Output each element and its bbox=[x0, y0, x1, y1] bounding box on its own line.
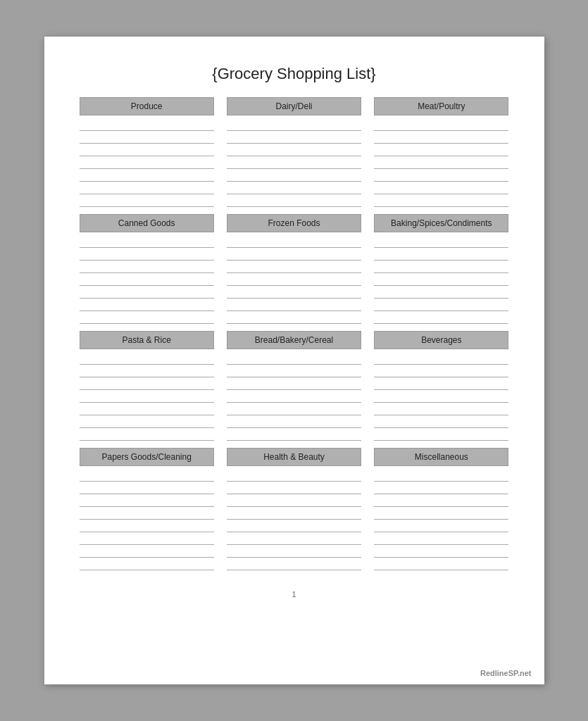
grocery-list-page: {Grocery Shopping List} ProduceDairy/Del… bbox=[44, 37, 544, 684]
list-line[interactable] bbox=[374, 286, 508, 299]
list-line[interactable] bbox=[374, 352, 508, 365]
list-line[interactable] bbox=[80, 352, 214, 365]
list-line[interactable] bbox=[80, 273, 214, 286]
list-line[interactable] bbox=[374, 545, 508, 558]
list-line[interactable] bbox=[227, 520, 361, 532]
list-line[interactable] bbox=[227, 352, 361, 365]
list-line[interactable] bbox=[80, 415, 214, 428]
list-line[interactable] bbox=[80, 403, 214, 415]
list-line[interactable] bbox=[374, 390, 508, 403]
list-line[interactable] bbox=[227, 118, 361, 131]
section-header-canned-goods: Canned Goods bbox=[80, 214, 214, 232]
list-line[interactable] bbox=[80, 428, 214, 441]
list-line[interactable] bbox=[80, 286, 214, 299]
watermark: RedlineSP.net bbox=[480, 669, 532, 677]
list-line[interactable] bbox=[374, 248, 508, 261]
list-line[interactable] bbox=[80, 156, 214, 169]
list-line[interactable] bbox=[374, 469, 508, 482]
list-line[interactable] bbox=[374, 558, 508, 570]
list-line[interactable] bbox=[227, 169, 361, 182]
list-line[interactable] bbox=[227, 235, 361, 248]
section-header-dairy-deli: Dairy/Deli bbox=[227, 97, 361, 115]
list-line[interactable] bbox=[227, 377, 361, 390]
section-meat-poultry: Meat/Poultry bbox=[374, 97, 508, 207]
list-line[interactable] bbox=[374, 428, 508, 441]
list-line[interactable] bbox=[227, 482, 361, 494]
list-line[interactable] bbox=[227, 156, 361, 169]
list-line[interactable] bbox=[80, 182, 214, 194]
list-line[interactable] bbox=[80, 520, 214, 532]
list-line[interactable] bbox=[227, 311, 361, 324]
list-line[interactable] bbox=[80, 532, 214, 545]
section-header-meat-poultry: Meat/Poultry bbox=[374, 97, 508, 115]
list-line[interactable] bbox=[80, 261, 214, 273]
section-beverages: Beverages bbox=[374, 331, 508, 441]
list-line[interactable] bbox=[80, 248, 214, 261]
list-line[interactable] bbox=[227, 248, 361, 261]
list-line[interactable] bbox=[374, 261, 508, 273]
list-line[interactable] bbox=[80, 507, 214, 520]
list-line[interactable] bbox=[227, 182, 361, 194]
list-line[interactable] bbox=[374, 494, 508, 507]
list-line[interactable] bbox=[374, 415, 508, 428]
list-line[interactable] bbox=[374, 131, 508, 144]
list-line[interactable] bbox=[374, 235, 508, 248]
list-line[interactable] bbox=[227, 428, 361, 441]
list-line[interactable] bbox=[80, 194, 214, 207]
list-line[interactable] bbox=[227, 261, 361, 273]
list-line[interactable] bbox=[227, 532, 361, 545]
list-line[interactable] bbox=[374, 169, 508, 182]
lines-beverages bbox=[374, 352, 508, 441]
list-line[interactable] bbox=[374, 118, 508, 131]
section-bread-bakery: Bread/Bakery/Cereal bbox=[227, 331, 361, 441]
list-line[interactable] bbox=[374, 532, 508, 545]
list-line[interactable] bbox=[80, 482, 214, 494]
list-line[interactable] bbox=[227, 507, 361, 520]
list-line[interactable] bbox=[227, 131, 361, 144]
list-line[interactable] bbox=[374, 520, 508, 532]
list-line[interactable] bbox=[80, 311, 214, 324]
list-line[interactable] bbox=[80, 390, 214, 403]
list-line[interactable] bbox=[374, 482, 508, 494]
lines-produce bbox=[80, 118, 214, 207]
list-line[interactable] bbox=[80, 494, 214, 507]
section-canned-goods: Canned Goods bbox=[80, 214, 214, 324]
lines-meat-poultry bbox=[374, 118, 508, 207]
list-line[interactable] bbox=[227, 365, 361, 377]
list-line[interactable] bbox=[227, 415, 361, 428]
list-line[interactable] bbox=[374, 299, 508, 311]
list-line[interactable] bbox=[374, 311, 508, 324]
list-line[interactable] bbox=[80, 118, 214, 131]
list-line[interactable] bbox=[227, 273, 361, 286]
list-line[interactable] bbox=[80, 169, 214, 182]
section-header-beverages: Beverages bbox=[374, 331, 508, 349]
list-line[interactable] bbox=[80, 558, 214, 570]
list-line[interactable] bbox=[374, 365, 508, 377]
list-line[interactable] bbox=[374, 377, 508, 390]
list-line[interactable] bbox=[80, 365, 214, 377]
list-line[interactable] bbox=[374, 194, 508, 207]
list-line[interactable] bbox=[80, 131, 214, 144]
list-line[interactable] bbox=[374, 273, 508, 286]
list-line[interactable] bbox=[227, 494, 361, 507]
list-line[interactable] bbox=[227, 558, 361, 570]
list-line[interactable] bbox=[227, 469, 361, 482]
list-line[interactable] bbox=[80, 299, 214, 311]
list-line[interactable] bbox=[227, 286, 361, 299]
list-line[interactable] bbox=[374, 403, 508, 415]
list-line[interactable] bbox=[227, 403, 361, 415]
list-line[interactable] bbox=[80, 545, 214, 558]
list-line[interactable] bbox=[374, 144, 508, 156]
list-line[interactable] bbox=[374, 507, 508, 520]
list-line[interactable] bbox=[227, 299, 361, 311]
list-line[interactable] bbox=[80, 235, 214, 248]
list-line[interactable] bbox=[227, 144, 361, 156]
list-line[interactable] bbox=[80, 377, 214, 390]
list-line[interactable] bbox=[227, 390, 361, 403]
list-line[interactable] bbox=[227, 545, 361, 558]
list-line[interactable] bbox=[80, 144, 214, 156]
list-line[interactable] bbox=[227, 194, 361, 207]
list-line[interactable] bbox=[374, 182, 508, 194]
list-line[interactable] bbox=[374, 156, 508, 169]
list-line[interactable] bbox=[80, 469, 214, 482]
